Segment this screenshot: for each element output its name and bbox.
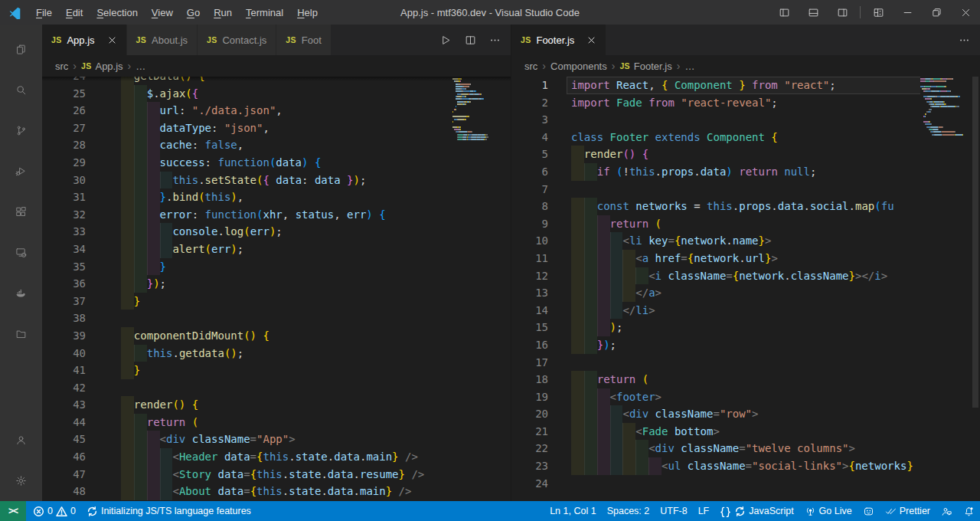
activity-search-icon[interactable] bbox=[0, 70, 42, 110]
menu-selection[interactable]: Selection bbox=[90, 0, 144, 25]
status-language-mode[interactable]: JavaScript bbox=[714, 501, 799, 521]
status-problems[interactable]: 00 bbox=[28, 501, 81, 521]
layout-sidebar-right-button[interactable] bbox=[828, 0, 857, 25]
tab-about-js[interactable]: JSAbout.js bbox=[127, 25, 198, 55]
code-line[interactable]: 12 <i className={network.className}></i> bbox=[511, 267, 980, 285]
activity-docker-icon[interactable] bbox=[0, 273, 42, 313]
breadcrumb-item[interactable]: JSFooter.js bbox=[619, 61, 671, 72]
tab-foot[interactable]: JSFoot bbox=[276, 25, 331, 55]
activity-extensions-icon[interactable] bbox=[0, 192, 42, 232]
code-line[interactable]: 10 <li key={network.name}> bbox=[511, 232, 980, 250]
status-loading-status[interactable]: Initializing JS/TS language features bbox=[81, 501, 256, 521]
code-line[interactable]: 35 } bbox=[42, 258, 511, 276]
breadcrumb-item[interactable]: JSApp.js bbox=[81, 61, 123, 72]
tab-app-js[interactable]: JSApp.js bbox=[42, 25, 127, 55]
activity-explorer-icon[interactable] bbox=[0, 29, 42, 70]
more-actions-button[interactable] bbox=[954, 30, 974, 50]
code-line[interactable]: 31 }.bind(this), bbox=[42, 188, 511, 206]
status-indentation[interactable]: Spaces: 2 bbox=[602, 501, 655, 521]
menu-edit[interactable]: Edit bbox=[59, 0, 90, 25]
menu-view[interactable]: View bbox=[145, 0, 180, 25]
code-editor[interactable]: 24 getData() {25 $.ajax({26 url: "./data… bbox=[42, 77, 511, 501]
activity-folder-icon[interactable] bbox=[0, 313, 42, 354]
code-line[interactable]: 25 $.ajax({ bbox=[42, 85, 511, 103]
code-line[interactable]: 15 ); bbox=[511, 319, 980, 336]
close-icon[interactable] bbox=[586, 35, 596, 45]
layout-sidebar-button[interactable] bbox=[769, 0, 799, 25]
code-editor[interactable]: 1import React, { Component } from "react… bbox=[511, 77, 980, 501]
split-editor-button[interactable] bbox=[460, 30, 480, 50]
code-line[interactable]: 24 getData() { bbox=[42, 77, 511, 85]
code-line[interactable]: 33 console.log(err); bbox=[42, 223, 511, 241]
menu-terminal[interactable]: Terminal bbox=[239, 0, 290, 25]
code-line[interactable]: 42 bbox=[42, 379, 511, 397]
code-line[interactable]: 4class Footer extends Component { bbox=[511, 129, 980, 146]
code-line[interactable]: 30 this.setState({ data: data }); bbox=[42, 172, 511, 189]
code-line[interactable]: 46 <Header data={this.state.data.main} /… bbox=[42, 448, 511, 466]
breadcrumb-item[interactable]: … bbox=[136, 61, 145, 72]
restore-button[interactable] bbox=[922, 0, 951, 25]
code-line[interactable]: 45 <div className="App"> bbox=[42, 431, 511, 448]
code-line[interactable]: 44 return ( bbox=[42, 414, 511, 431]
code-line[interactable]: 1import React, { Component } from "react… bbox=[511, 77, 980, 94]
code-line[interactable]: 34 alert(err); bbox=[42, 241, 511, 258]
editor-scrollbar[interactable] bbox=[501, 77, 511, 501]
code-line[interactable]: 18 return ( bbox=[511, 371, 980, 388]
code-line[interactable]: 41 } bbox=[42, 362, 511, 379]
status-cursor-position[interactable]: Ln 1, Col 1 bbox=[544, 501, 601, 521]
status-encoding[interactable]: UTF-8 bbox=[655, 501, 692, 521]
breadcrumb-item[interactable]: src bbox=[524, 61, 537, 72]
code-line[interactable]: 17 bbox=[511, 354, 980, 372]
status-notifications[interactable] bbox=[958, 501, 980, 521]
code-line[interactable]: 43 render() { bbox=[42, 396, 511, 414]
status-eol[interactable]: LF bbox=[693, 501, 715, 521]
code-line[interactable]: 3 bbox=[511, 111, 980, 129]
breadcrumb-item[interactable]: Components bbox=[550, 61, 607, 72]
activity-account-icon[interactable] bbox=[0, 420, 42, 460]
status-remote-indicator[interactable]: >< bbox=[0, 501, 26, 521]
close-icon[interactable] bbox=[107, 35, 117, 45]
code-line[interactable]: 9 return ( bbox=[511, 215, 980, 233]
customize-layout-button[interactable] bbox=[864, 0, 893, 25]
code-line[interactable]: 39 componentDidMount() { bbox=[42, 327, 511, 345]
status-feedback-smiley[interactable] bbox=[858, 501, 880, 521]
code-line[interactable]: 5 render() { bbox=[511, 146, 980, 163]
code-line[interactable]: 24 bbox=[511, 475, 980, 493]
code-line[interactable]: 11 <a href={network.url}> bbox=[511, 250, 980, 267]
code-line[interactable]: 8 const networks = this.props.data.socia… bbox=[511, 198, 980, 215]
status-go-live[interactable]: Go Live bbox=[799, 501, 858, 521]
layout-panel-button[interactable] bbox=[799, 0, 828, 25]
code-line[interactable]: 28 cache: false, bbox=[42, 136, 511, 154]
menu-run[interactable]: Run bbox=[207, 0, 239, 25]
code-line[interactable]: 47 <Story data={this.state.data.resume} … bbox=[42, 466, 511, 483]
minimap[interactable] bbox=[451, 77, 501, 501]
code-line[interactable]: 6 if (!this.props.data) return null; bbox=[511, 163, 980, 181]
code-line[interactable]: 36 }); bbox=[42, 275, 511, 293]
menu-go[interactable]: Go bbox=[180, 0, 207, 25]
status-prettier[interactable]: Prettier bbox=[880, 501, 936, 521]
minimap[interactable] bbox=[920, 77, 971, 501]
code-line[interactable]: 29 success: function(data) { bbox=[42, 154, 511, 172]
code-line[interactable]: 2import Fade from "react-reveal"; bbox=[511, 94, 980, 112]
code-line[interactable]: 32 error: function(xhr, status, err) { bbox=[42, 206, 511, 224]
breadcrumb-item[interactable]: src bbox=[55, 61, 68, 72]
code-line[interactable]: 20 <div className="row"> bbox=[511, 405, 980, 423]
activity-settings-gear-icon[interactable] bbox=[0, 460, 42, 501]
activity-remote-explorer-icon[interactable] bbox=[0, 232, 42, 273]
code-line[interactable]: 27 dataType: "json", bbox=[42, 120, 511, 137]
status-accounts[interactable] bbox=[936, 501, 958, 521]
editor-scrollbar[interactable] bbox=[971, 77, 980, 501]
code-line[interactable]: 14 </li> bbox=[511, 302, 980, 319]
close-button[interactable] bbox=[951, 0, 980, 25]
code-line[interactable]: 22 <div className="twelve columns"> bbox=[511, 440, 980, 457]
menu-help[interactable]: Help bbox=[290, 0, 325, 25]
code-line[interactable]: 37 } bbox=[42, 293, 511, 310]
code-line[interactable]: 13 </a> bbox=[511, 284, 980, 302]
tab-contact-js[interactable]: JSContact.js bbox=[198, 25, 276, 55]
breadcrumb-item[interactable]: … bbox=[684, 61, 694, 72]
activity-run-debug-icon[interactable] bbox=[0, 151, 42, 192]
menu-file[interactable]: File bbox=[29, 0, 59, 25]
code-line[interactable]: 26 url: "./data.json", bbox=[42, 102, 511, 120]
code-line[interactable]: 16 }); bbox=[511, 336, 980, 354]
activity-source-control-icon[interactable] bbox=[0, 110, 42, 151]
